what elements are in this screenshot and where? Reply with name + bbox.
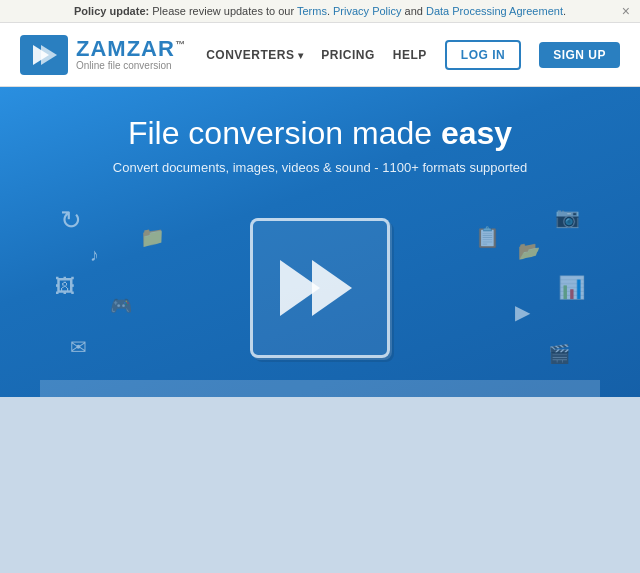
- nav-help[interactable]: HELP: [393, 48, 427, 62]
- privacy-link[interactable]: Privacy Policy: [333, 5, 401, 17]
- doodle-gameboy-icon: 🎮: [110, 295, 132, 317]
- doodle-area: ↻ ♪ 🖼 🎮 📁 ✉ 📷 📂 📊 ▶ 📋 🎬: [40, 195, 600, 380]
- terms-link[interactable]: Terms: [297, 5, 327, 17]
- logo-icon: [20, 35, 68, 75]
- doodle-play-icon: ▶: [515, 300, 530, 324]
- nav-pricing[interactable]: PRICING: [321, 48, 375, 62]
- doodle-refresh-icon: ↻: [60, 205, 82, 236]
- logo-area: ZAMZAR™ Online file conversion: [20, 35, 206, 75]
- doodle-film-icon: 🎬: [548, 343, 570, 365]
- doodle-image-icon: 🖼: [55, 275, 75, 298]
- doodle-folder2-icon: 📂: [518, 240, 540, 262]
- policy-bar: Policy update: Please review updates to …: [0, 0, 640, 23]
- play-box: [250, 218, 390, 358]
- hero-section: File conversion made easy Convert docume…: [0, 87, 640, 397]
- signup-button[interactable]: SIGN UP: [539, 42, 620, 68]
- steps-section: 1 ⬆ Add Files... Drag & drop files, or s…: [40, 380, 600, 397]
- policy-close-icon[interactable]: ×: [622, 3, 630, 19]
- hero-subtitle: Convert documents, images, videos & soun…: [40, 160, 600, 175]
- header: ZAMZAR™ Online file conversion CONVERTER…: [0, 23, 640, 87]
- play-arrow-2: [312, 260, 352, 316]
- doodle-camera-icon: 📷: [555, 205, 580, 229]
- login-button[interactable]: LOG IN: [445, 40, 521, 70]
- play-arrows: [288, 260, 352, 316]
- policy-text: Policy update: Please review updates to …: [74, 5, 566, 17]
- doodle-folder-icon: 📁: [140, 225, 165, 249]
- dpa-link[interactable]: Data Processing Agreement: [426, 5, 563, 17]
- logo-text: ZAMZAR™ Online file conversion: [76, 38, 186, 71]
- hero-title: File conversion made easy: [40, 115, 600, 152]
- logo-brand: ZAMZAR™: [76, 38, 186, 60]
- doodle-chart-icon: 📊: [558, 275, 585, 301]
- doodle-mail-icon: ✉: [70, 335, 87, 359]
- nav: CONVERTERS PRICING HELP LOG IN SIGN UP: [206, 40, 620, 70]
- svg-marker-1: [41, 45, 57, 65]
- doodle-music-icon: ♪: [90, 245, 99, 266]
- doodle-copy-icon: 📋: [475, 225, 500, 249]
- logo-tagline: Online file conversion: [76, 60, 186, 71]
- nav-converters[interactable]: CONVERTERS: [206, 48, 303, 62]
